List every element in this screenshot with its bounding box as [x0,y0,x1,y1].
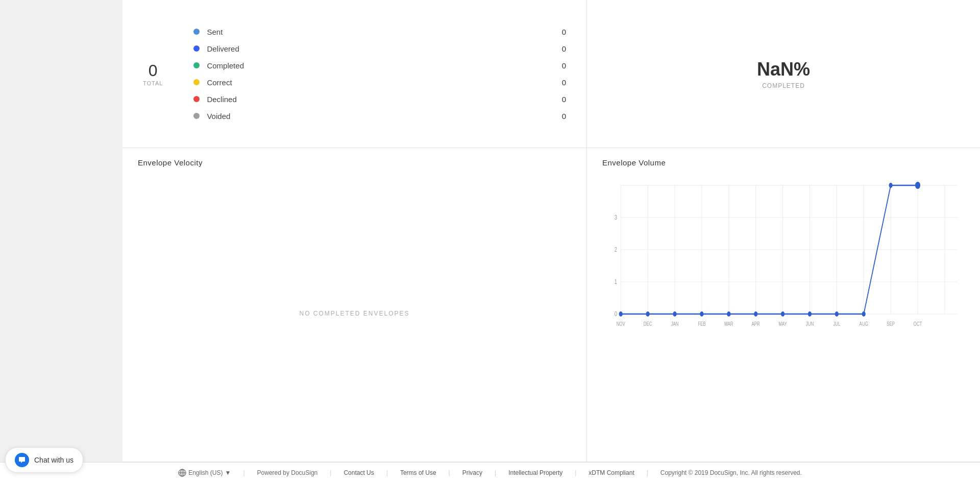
svg-point-44 [889,183,892,188]
svg-text:SEP: SEP [887,321,895,327]
legend-dot-delivered [193,45,200,52]
legend-label-completed: Completed [207,61,556,70]
legend-label-correct: Correct [207,78,556,87]
legend-item-voided: Voided 0 [193,108,566,125]
footer-divider-7: | [647,469,648,476]
legend-dot-declined [193,96,200,102]
svg-text:AUG: AUG [860,321,868,327]
footer-divider-3: | [386,469,388,476]
svg-text:0: 0 [615,310,617,318]
footer-divider-2: | [330,469,331,476]
language-label: English (US) [188,469,223,476]
content-area: 0 TOTAL Sent 0 Delivered 0 Completed 0 C… [122,0,980,462]
svg-point-38 [727,311,730,317]
footer-divider-1: | [243,469,244,476]
nan-percent: NaN% [757,59,810,80]
legend-value-delivered: 0 [556,44,566,53]
main-content: 0 TOTAL Sent 0 Delivered 0 Completed 0 C… [0,0,980,462]
envelope-volume-panel: Envelope Volume [587,148,980,462]
svg-text:OCT: OCT [914,321,922,327]
svg-point-34 [619,311,623,317]
no-data-label: NO COMPLETED ENVELOPES [299,310,409,317]
line-chart-container: 0 1 2 3 NOV DEC JAN FEB MAR APR MAY [602,175,965,451]
svg-text:3: 3 [615,214,617,221]
copyright: Copyright © 2019 DocuSign, Inc. All righ… [660,469,802,476]
svg-text:FEB: FEB [698,321,705,327]
svg-text:1: 1 [615,278,617,285]
charts-section: Envelope Velocity NO COMPLETED ENVELOPES… [122,148,980,462]
left-sidebar [0,0,122,462]
legend-value-voided: 0 [556,112,566,120]
envelope-velocity-title: Envelope Velocity [138,158,571,167]
legend-label-declined: Declined [207,95,556,104]
completed-sublabel: COMPLETED [762,82,805,89]
footer: English (US) ▼ | Powered by DocuSign | C… [0,462,980,483]
terms-link[interactable]: Terms of Use [400,469,436,476]
stats-section: 0 TOTAL Sent 0 Delivered 0 Completed 0 C… [122,0,980,148]
chat-label: Chat with us [34,456,74,464]
total-number: 0 [149,61,158,80]
footer-divider-4: | [449,469,450,476]
chat-icon [15,453,29,467]
legend-item-correct: Correct 0 [193,74,566,91]
stats-right: NaN% COMPLETED [587,0,980,148]
legend-item-sent: Sent 0 [193,23,566,40]
footer-divider-6: | [575,469,576,476]
total-count: 0 TOTAL [143,61,163,86]
svg-point-43 [862,311,866,317]
intellectual-property-link[interactable]: Intellectual Property [508,469,562,476]
envelope-velocity-body: NO COMPLETED ENVELOPES [138,175,571,451]
svg-point-37 [700,311,703,317]
total-label: TOTAL [143,80,163,86]
svg-point-45 [915,182,920,189]
legend-value-completed: 0 [556,61,566,70]
svg-text:NOV: NOV [617,321,626,327]
language-chevron: ▼ [225,469,231,476]
language-selector[interactable]: English (US) ▼ [178,469,231,477]
svg-text:APR: APR [751,321,760,327]
legend-dot-sent [193,29,200,35]
svg-text:2: 2 [615,246,617,253]
legend-dot-voided [193,113,200,119]
globe-icon [178,469,186,477]
svg-text:MAY: MAY [778,321,787,327]
svg-point-42 [835,311,839,317]
envelope-volume-title: Envelope Volume [602,158,965,167]
svg-text:JUL: JUL [833,321,841,327]
svg-text:DEC: DEC [644,321,652,327]
svg-text:JAN: JAN [671,321,678,327]
legend-dot-correct [193,79,200,85]
privacy-link[interactable]: Privacy [462,469,482,476]
legend-item-declined: Declined 0 [193,91,566,108]
chat-widget[interactable]: Chat with us [5,447,83,473]
svg-point-39 [754,311,757,317]
envelope-velocity-panel: Envelope Velocity NO COMPLETED ENVELOPES [122,148,587,462]
legend-value-correct: 0 [556,78,566,87]
svg-text:JUN: JUN [806,321,814,327]
line-chart-svg: 0 1 2 3 NOV DEC JAN FEB MAR APR MAY [602,175,965,339]
legend-list: Sent 0 Delivered 0 Completed 0 Correct 0… [193,23,566,125]
legend-dot-completed [193,62,200,68]
svg-point-35 [646,311,649,317]
legend-label-delivered: Delivered [207,44,556,53]
legend-label-voided: Voided [207,112,556,120]
contact-us-link[interactable]: Contact Us [344,469,374,476]
stats-left: 0 TOTAL Sent 0 Delivered 0 Completed 0 C… [122,0,587,148]
legend-value-sent: 0 [556,28,566,36]
svg-text:MAR: MAR [724,321,733,327]
page-wrapper: 0 TOTAL Sent 0 Delivered 0 Completed 0 C… [0,0,980,483]
footer-divider-5: | [495,469,496,476]
legend-item-completed: Completed 0 [193,57,566,74]
legend-value-declined: 0 [556,95,566,104]
legend-item-delivered: Delivered 0 [193,40,566,57]
svg-point-41 [808,311,812,317]
legend-label-sent: Sent [207,28,556,36]
powered-by: Powered by DocuSign [257,469,318,476]
xdtm-link[interactable]: xDTM Compliant [589,469,634,476]
svg-point-40 [781,311,785,317]
svg-point-36 [673,311,676,317]
